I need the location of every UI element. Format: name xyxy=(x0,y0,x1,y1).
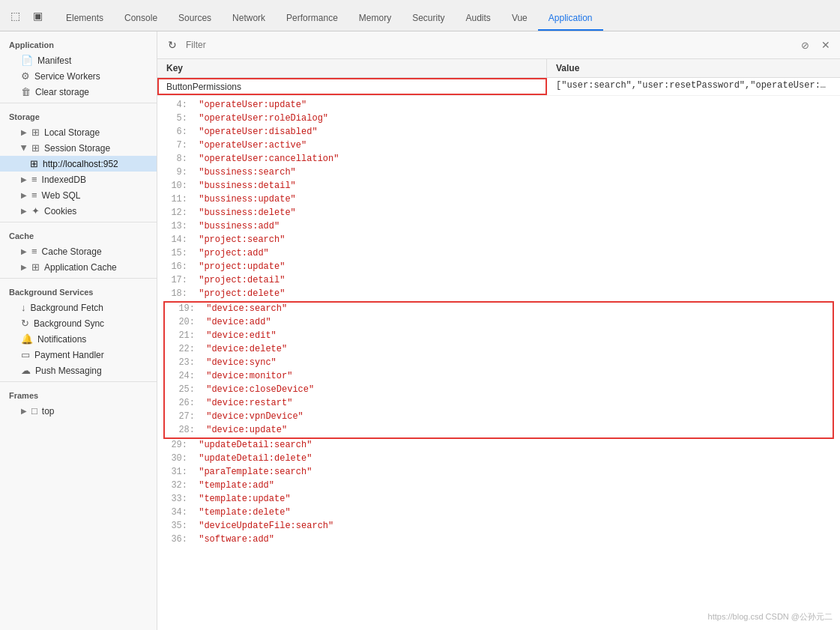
sidebar-item-cache-storage[interactable]: ▶ ≡ Cache Storage xyxy=(0,243,157,259)
devtools-toolbar: ⬚ ▣ Elements Console Sources Network Per… xyxy=(0,0,840,31)
tab-application[interactable]: Application xyxy=(538,7,603,31)
code-line: 5: "operateUser:roleDialog" xyxy=(157,112,840,126)
line-number: 17: xyxy=(166,275,187,285)
sidebar-item-manifest[interactable]: 📄 Manifest xyxy=(0,52,157,68)
main-layout: Application 📄 Manifest ⚙ Service Workers… xyxy=(0,31,840,630)
line-content: "operateUser:disabled" xyxy=(193,127,318,137)
line-content: "updateDetail:delete" xyxy=(193,453,312,464)
websql-label: Web SQL xyxy=(42,190,81,201)
divider-2 xyxy=(0,222,157,222)
sidebar-item-session-storage[interactable]: ▶ ⊞ Session Storage xyxy=(0,140,157,156)
line-content: "operateUser:roleDialog" xyxy=(193,113,328,124)
kv-row[interactable]: ButtonPermissions ["user:search","user:r… xyxy=(157,78,840,96)
device-icon[interactable]: ▣ xyxy=(28,7,46,25)
sidebar-item-top[interactable]: ▶ □ top xyxy=(0,403,157,419)
code-line: 10: "bussiness:detail" xyxy=(157,180,840,193)
line-number: 25: xyxy=(174,384,195,395)
payment-handler-icon: ▭ xyxy=(21,349,30,360)
tab-console[interactable]: Console xyxy=(114,7,168,31)
divider-1 xyxy=(0,103,157,103)
push-messaging-icon: ☁ xyxy=(21,365,31,376)
line-content: "bussiness:add" xyxy=(193,221,280,231)
sidebar-item-service-workers[interactable]: ⚙ Service Workers xyxy=(0,68,157,84)
line-number: 14: xyxy=(166,234,187,245)
tab-vue[interactable]: Vue xyxy=(501,7,538,31)
sidebar-item-application-cache[interactable]: ▶ ⊞ Application Cache xyxy=(0,259,157,275)
background-sync-label: Background Sync xyxy=(34,318,104,329)
background-fetch-icon: ↓ xyxy=(21,302,26,313)
sidebar-item-payment-handler[interactable]: ▭ Payment Handler xyxy=(0,347,157,363)
tab-performance[interactable]: Performance xyxy=(276,7,348,31)
divider-4 xyxy=(0,381,157,382)
toolbar-icons: ⬚ ▣ xyxy=(6,7,46,25)
background-fetch-label: Background Fetch xyxy=(31,303,103,313)
sidebar-item-websql[interactable]: ▶ ≡ Web SQL xyxy=(0,187,157,203)
tab-audits[interactable]: Audits xyxy=(456,7,501,31)
tab-security[interactable]: Security xyxy=(402,7,455,31)
filter-refresh-button[interactable]: ↻ xyxy=(163,36,181,54)
session-storage-host-label: http://localhost:952 xyxy=(43,159,118,169)
code-line: 16: "project:update" xyxy=(157,261,840,274)
line-number: 34: xyxy=(166,507,187,518)
tab-network[interactable]: Network xyxy=(222,7,276,31)
session-storage-arrow: ▶ xyxy=(20,145,28,151)
cache-section-header: Cache xyxy=(0,225,157,243)
line-content: "bussiness:delete" xyxy=(193,208,296,218)
sidebar-item-background-fetch[interactable]: ↓ Background Fetch xyxy=(0,300,157,315)
sidebar-item-background-sync[interactable]: ↻ Background Sync xyxy=(0,315,157,331)
line-number: 16: xyxy=(166,261,187,272)
inspect-icon[interactable]: ⬚ xyxy=(6,7,24,25)
tab-sources[interactable]: Sources xyxy=(168,7,222,31)
clear-storage-icon: 🗑 xyxy=(21,86,31,97)
line-content: "deviceUpdateFile:search" xyxy=(193,521,333,531)
filter-input[interactable] xyxy=(186,40,792,50)
session-storage-host-icon: ⊞ xyxy=(30,158,38,169)
line-content: "operateUser:cancellation" xyxy=(193,154,339,164)
sidebar-item-session-storage-localhost[interactable]: ⊞ http://localhost:952 xyxy=(0,156,157,172)
line-number: 11: xyxy=(166,194,187,205)
line-number: 15: xyxy=(166,248,187,258)
line-number: 23: xyxy=(174,357,195,368)
sidebar-item-notifications[interactable]: 🔔 Notifications xyxy=(0,331,157,347)
sidebar-item-push-messaging[interactable]: ☁ Push Messaging xyxy=(0,363,157,378)
code-line: 19: "device:search" xyxy=(165,303,833,316)
tab-memory[interactable]: Memory xyxy=(348,7,402,31)
line-number: 4: xyxy=(166,100,187,110)
code-line: 23: "device:sync" xyxy=(165,357,833,370)
filter-clear-button[interactable]: ✕ xyxy=(818,37,834,53)
app-cache-arrow: ▶ xyxy=(21,263,27,271)
highlight-box: 19: "device:search"20: "device:add"21: "… xyxy=(163,301,834,439)
storage-section-header: Storage xyxy=(0,106,157,124)
payment-handler-label: Payment Handler xyxy=(34,350,104,360)
indexeddb-arrow: ▶ xyxy=(21,175,27,184)
cookies-icon: ✦ xyxy=(31,205,40,216)
line-content: "bussiness:detail" xyxy=(193,181,296,191)
line-content: "project:detail" xyxy=(193,275,285,285)
line-number: 26: xyxy=(174,398,195,408)
sidebar-item-cookies[interactable]: ▶ ✦ Cookies xyxy=(0,203,157,219)
tab-elements[interactable]: Elements xyxy=(55,7,114,31)
sidebar-item-clear-storage[interactable]: 🗑 Clear storage xyxy=(0,84,157,100)
code-line: 31: "paraTemplate:search" xyxy=(157,466,840,479)
sidebar-item-indexeddb[interactable]: ▶ ≡ IndexedDB xyxy=(0,172,157,187)
line-number: 13: xyxy=(166,221,187,231)
line-content: "device:monitor" xyxy=(201,371,292,381)
websql-icon: ≡ xyxy=(31,190,37,201)
kv-key[interactable]: ButtonPermissions xyxy=(157,78,547,95)
line-content: "operateUser:active" xyxy=(193,140,306,151)
push-messaging-label: Push Messaging xyxy=(35,366,102,376)
line-number: 18: xyxy=(166,288,187,299)
code-line: 22: "device:delete" xyxy=(165,343,833,357)
kv-value: ["user:search","user:resetPassword","ope… xyxy=(547,78,840,95)
line-content: "device:delete" xyxy=(201,344,287,354)
line-content: "bussiness:search" xyxy=(193,167,296,178)
filter-block-button[interactable]: ⊘ xyxy=(797,37,813,53)
line-number: 31: xyxy=(166,467,187,477)
line-number: 7: xyxy=(166,140,187,151)
line-content: "device:sync" xyxy=(201,357,277,368)
divider-3 xyxy=(0,278,157,279)
code-line: 14: "project:search" xyxy=(157,234,840,247)
sidebar-item-local-storage[interactable]: ▶ ⊞ Local Storage xyxy=(0,124,157,140)
top-arrow: ▶ xyxy=(21,407,27,415)
line-content: "device:edit" xyxy=(201,330,277,341)
